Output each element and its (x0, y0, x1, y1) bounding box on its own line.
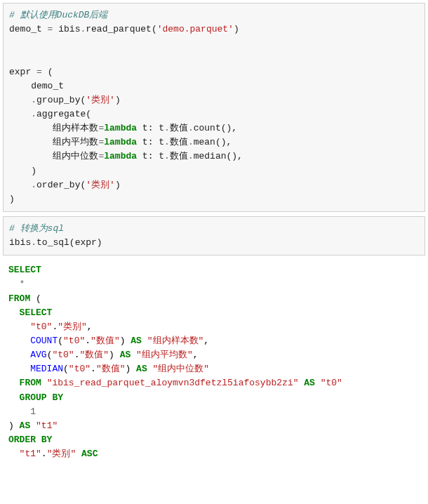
code-text: 数值 (170, 123, 188, 133)
code-op: . (188, 123, 194, 133)
sql-string: "t0" (321, 378, 342, 388)
sql-keyword: SELECT (8, 307, 52, 318)
sql-punct: ( (58, 336, 63, 346)
sql-string: "类别" (58, 321, 87, 332)
sql-string: "t1" (36, 420, 58, 431)
code-text: 组内中位数 (9, 151, 98, 161)
sql-string: "数值" (79, 350, 109, 360)
code-method: order_by (36, 180, 80, 190)
code-text: demo_t (9, 81, 64, 91)
sql-space (41, 378, 47, 388)
sql-output: SELECT * FROM ( SELECT "t0"."类别", COUNT(… (3, 260, 425, 465)
sql-star: * (8, 279, 25, 289)
sql-string: "数值" (96, 364, 126, 374)
sql-punct: , (87, 321, 93, 332)
code-text: ibis (9, 237, 31, 248)
comment: # 默认使用DuckDB后端 (9, 10, 107, 20)
code-op: . (188, 151, 194, 161)
sql-string: "组内平均数" (136, 350, 193, 360)
sql-indent (8, 336, 30, 346)
code-op: . (31, 180, 36, 190)
sql-indent (8, 364, 30, 374)
code-op: . (31, 109, 36, 119)
sql-space (30, 420, 36, 431)
code-cell-2: # 转换为sql ibis.to_sql(expr) (3, 216, 425, 256)
code-text: 数值 (170, 137, 188, 147)
code-keyword: lambda (104, 151, 137, 161)
code-punct: ( (42, 67, 53, 77)
sql-string: "组内样本数" (147, 336, 204, 346)
code-punct: ) (115, 180, 121, 190)
code-punct: (), (221, 123, 237, 133)
sql-keyword: AS (131, 336, 142, 346)
sql-punct: ( (63, 364, 69, 374)
sql-punct: ) (109, 350, 120, 360)
code-method: mean (194, 137, 215, 147)
sql-string: "t0" (63, 336, 85, 346)
sql-number: 1 (30, 406, 36, 417)
sql-space (315, 378, 321, 388)
code-punct: ( (152, 24, 157, 34)
sql-string: "ibis_read_parquet_aloymvn3dfetzl5iafosy… (47, 378, 299, 388)
code-method: read_parquet (86, 24, 152, 34)
sql-punct: , (203, 336, 209, 346)
sql-string: "t0" (30, 321, 52, 332)
sql-keyword: ORDER BY (8, 435, 52, 445)
sql-string: "组内中位数" (153, 364, 210, 374)
sql-punct: ( (30, 293, 41, 304)
code-op: . (164, 137, 170, 147)
sql-function: COUNT (30, 336, 58, 346)
sql-string: "类别" (47, 449, 76, 459)
code-punct: ) (9, 194, 15, 204)
sql-punct: , (193, 350, 199, 360)
sql-space (131, 350, 136, 360)
sql-indent (8, 406, 30, 417)
code-punct: (expr) (69, 237, 102, 248)
sql-string: "t1" (20, 449, 41, 459)
code-op: . (164, 123, 170, 133)
code-text: ibis (53, 24, 80, 34)
sql-keyword: SELECT (8, 265, 41, 275)
code-text: t: t (137, 123, 164, 133)
sql-keyword: GROUP BY (8, 392, 63, 403)
code-text: demo_t (9, 24, 48, 34)
sql-keyword: AS (120, 350, 131, 360)
code-method: median (194, 151, 227, 161)
sql-punct: ) (120, 336, 131, 346)
code-text: 数值 (170, 151, 188, 161)
comment: # 转换为sql (9, 223, 64, 234)
code-method: group_by (36, 95, 80, 105)
sql-punct: . (41, 449, 47, 459)
sql-keyword: AS (304, 378, 315, 388)
code-text (9, 180, 31, 190)
code-op: . (164, 151, 170, 161)
code-punct: ) (9, 166, 36, 176)
code-op: = (36, 67, 42, 77)
code-text: 组内平均数 (9, 137, 98, 147)
sql-string: "数值" (91, 336, 120, 346)
code-text: t: t (137, 151, 164, 161)
code-keyword: lambda (104, 137, 137, 147)
code-punct: ) (234, 24, 239, 34)
code-text (9, 95, 31, 105)
sql-keyword: FROM (8, 378, 41, 388)
sql-space (76, 449, 81, 459)
sql-punct: ) (125, 364, 136, 374)
code-punct: (), (227, 151, 243, 161)
sql-indent (8, 321, 30, 332)
sql-indent (8, 449, 20, 459)
code-punct: (), (215, 137, 232, 147)
code-text: 组内样本数 (9, 123, 98, 133)
sql-string: "t0" (52, 350, 74, 360)
code-text: expr (9, 67, 36, 77)
code-string: '类别' (86, 180, 115, 190)
code-op: . (31, 237, 36, 248)
code-string: 'demo.parquet' (157, 24, 234, 34)
sql-function: MEDIAN (30, 364, 63, 374)
sql-string: "t0" (69, 364, 91, 374)
code-method: to_sql (36, 237, 69, 248)
code-keyword: lambda (104, 123, 137, 133)
sql-punct: . (91, 364, 96, 374)
sql-punct: ) (8, 420, 20, 431)
sql-keyword: ASC (81, 449, 98, 459)
